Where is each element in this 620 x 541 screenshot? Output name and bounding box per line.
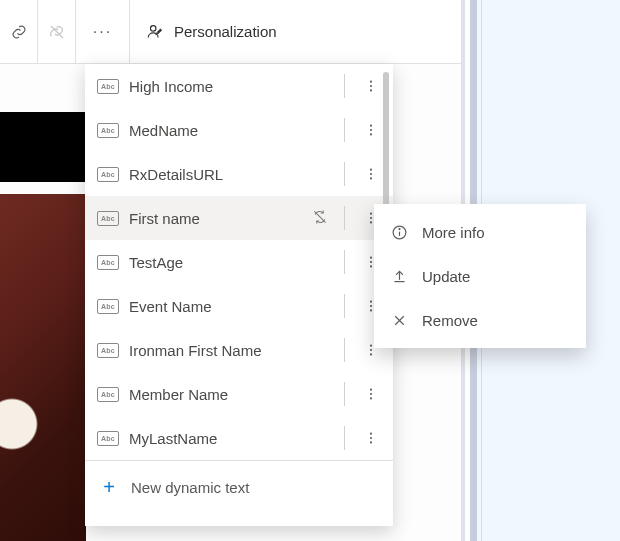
plus-icon: +	[99, 476, 119, 499]
svg-point-14	[370, 221, 372, 223]
menu-item-label: Remove	[422, 312, 478, 329]
list-item-label: High Income	[129, 78, 330, 95]
separator	[344, 162, 345, 186]
list-item-label: MyLastName	[129, 430, 330, 447]
item-more-button[interactable]	[359, 118, 383, 142]
svg-point-7	[370, 133, 372, 135]
svg-point-4	[370, 89, 372, 91]
sync-off-indicator	[312, 209, 330, 227]
more-vertical-icon	[364, 431, 378, 445]
svg-point-9	[370, 173, 372, 175]
svg-point-10	[370, 177, 372, 179]
list-item[interactable]: AbcFirst name	[85, 196, 393, 240]
text-type-badge: Abc	[97, 167, 119, 182]
svg-point-20	[370, 309, 372, 311]
svg-point-28	[370, 437, 372, 439]
toolbar-more-button[interactable]: ···	[76, 0, 130, 64]
svg-point-23	[370, 353, 372, 355]
svg-point-26	[370, 397, 372, 399]
list-item[interactable]: AbcMember Name	[85, 372, 393, 416]
svg-point-27	[370, 433, 372, 435]
personalization-label: Personalization	[174, 23, 277, 40]
svg-point-21	[370, 345, 372, 347]
separator	[344, 382, 345, 406]
close-icon	[390, 311, 408, 329]
svg-point-24	[370, 389, 372, 391]
more-vertical-icon	[364, 123, 378, 137]
svg-point-1	[151, 25, 156, 30]
svg-point-12	[370, 213, 372, 215]
text-type-badge: Abc	[97, 79, 119, 94]
separator	[344, 74, 345, 98]
info-icon	[391, 224, 408, 241]
more-vertical-icon	[364, 167, 378, 181]
info-icon	[390, 223, 408, 241]
personalization-button[interactable]: Personalization	[130, 23, 293, 41]
list-item-label: Ironman First Name	[129, 342, 330, 359]
item-more-button[interactable]	[359, 382, 383, 406]
svg-point-6	[370, 129, 372, 131]
menu-item-more-info[interactable]: More info	[374, 210, 586, 254]
menu-item-remove[interactable]: Remove	[374, 298, 586, 342]
more-icon: ···	[93, 23, 112, 41]
svg-point-3	[370, 85, 372, 87]
list-item-label: RxDetailsURL	[129, 166, 330, 183]
list-item[interactable]: AbcMyLastName	[85, 416, 393, 460]
svg-point-32	[398, 228, 399, 229]
separator	[344, 426, 345, 450]
personalization-list: AbcHigh IncomeAbcMedNameAbcRxDetailsURLA…	[85, 64, 393, 526]
list-item-label: Member Name	[129, 386, 330, 403]
upload-icon	[391, 268, 408, 285]
upload-icon	[390, 267, 408, 285]
svg-point-16	[370, 261, 372, 263]
list-item[interactable]: AbcIronman First Name	[85, 328, 393, 372]
item-more-button[interactable]	[359, 162, 383, 186]
text-type-badge: Abc	[97, 343, 119, 358]
list-item[interactable]: AbcRxDetailsURL	[85, 152, 393, 196]
menu-item-label: More info	[422, 224, 485, 241]
context-menu: More infoUpdateRemove	[374, 204, 586, 348]
separator	[344, 338, 345, 362]
list-item[interactable]: AbcMedName	[85, 108, 393, 152]
new-dynamic-text-button[interactable]: +New dynamic text	[85, 461, 393, 513]
text-type-badge: Abc	[97, 299, 119, 314]
unlink-icon	[49, 24, 65, 40]
link-icon-button[interactable]	[0, 0, 38, 64]
svg-point-18	[370, 301, 372, 303]
list-item[interactable]: AbcTestAge	[85, 240, 393, 284]
hero-image	[0, 194, 86, 541]
hero-black-strip	[0, 112, 86, 182]
separator	[344, 206, 345, 230]
list-item-label: MedName	[129, 122, 330, 139]
text-type-badge: Abc	[97, 255, 119, 270]
unlink-icon-button[interactable]	[38, 0, 76, 64]
svg-point-22	[370, 349, 372, 351]
menu-item-label: Update	[422, 268, 470, 285]
new-dynamic-text-label: New dynamic text	[131, 479, 249, 496]
separator	[344, 118, 345, 142]
list-item[interactable]: AbcHigh Income	[85, 64, 393, 108]
more-vertical-icon	[364, 79, 378, 93]
svg-line-11	[314, 211, 325, 222]
svg-point-25	[370, 393, 372, 395]
separator	[344, 294, 345, 318]
list-item[interactable]: AbcEvent Name	[85, 284, 393, 328]
svg-point-8	[370, 169, 372, 171]
svg-point-5	[370, 125, 372, 127]
text-type-badge: Abc	[97, 431, 119, 446]
svg-point-15	[370, 257, 372, 259]
personalization-icon	[146, 23, 164, 41]
text-type-badge: Abc	[97, 123, 119, 138]
item-more-button[interactable]	[359, 74, 383, 98]
link-icon	[11, 24, 27, 40]
menu-item-update[interactable]: Update	[374, 254, 586, 298]
svg-point-17	[370, 265, 372, 267]
sync-off-icon	[312, 209, 328, 225]
personalization-panel: AbcHigh IncomeAbcMedNameAbcRxDetailsURLA…	[85, 64, 393, 526]
item-more-button[interactable]	[359, 426, 383, 450]
more-vertical-icon	[364, 387, 378, 401]
list-item-label: TestAge	[129, 254, 330, 271]
list-item-label: First name	[129, 210, 302, 227]
svg-point-13	[370, 217, 372, 219]
separator	[344, 250, 345, 274]
